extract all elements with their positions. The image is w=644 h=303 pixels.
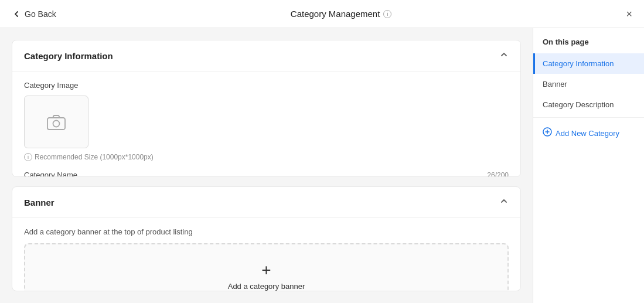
svg-point-1 [53, 121, 60, 127]
back-arrow-icon [12, 9, 21, 19]
page-title: Category Management [291, 9, 380, 19]
category-info-title: Category Information [24, 51, 113, 61]
category-info-collapse-button[interactable] [499, 50, 509, 62]
close-button[interactable]: × [626, 9, 632, 19]
image-recommended-size: i Recommended Size (1000px*1000px) [24, 153, 509, 161]
right-sidebar: On this page Category Information Banner… [533, 28, 644, 303]
char-count: 26/200 [487, 171, 509, 178]
main-content: Category Information Category Image [0, 28, 533, 303]
category-name-header: Category Name 26/200 [24, 171, 509, 177]
banner-description: Add a category banner at the top of prod… [24, 227, 509, 236]
image-size-text: Recommended Size (1000px*1000px) [35, 153, 154, 161]
banner-upload-label: Add a category banner [228, 282, 305, 291]
image-upload-box[interactable] [24, 96, 88, 148]
banner-collapse-button[interactable] [499, 196, 509, 208]
category-info-header: Category Information [12, 40, 520, 72]
on-this-page-title: On this page [533, 38, 644, 53]
plus-icon: + [261, 262, 271, 278]
add-new-category-button[interactable]: Add New Category [533, 120, 644, 146]
page-title-container: Category Management i [291, 9, 392, 19]
category-information-section: Category Information Category Image [12, 40, 521, 177]
sidebar-item-label: Category Information [543, 59, 614, 68]
banner-section: Banner Add a category banner at the top … [12, 186, 521, 291]
svg-rect-0 [47, 118, 65, 130]
back-label: Go Back [25, 9, 56, 19]
camera-icon [47, 114, 66, 130]
banner-upload-area[interactable]: + Add a category banner i Recommended Si… [24, 243, 509, 291]
category-info-body: Category Image i Recommended Size (1000p… [12, 72, 520, 177]
image-info-icon: i [24, 153, 32, 161]
category-name-label: Category Name [24, 171, 77, 177]
sidebar-item-category-information[interactable]: Category Information [533, 53, 644, 74]
add-circle-icon [543, 127, 552, 139]
sidebar-item-banner[interactable]: Banner [533, 74, 644, 94]
sidebar-item-category-description[interactable]: Category Description [533, 94, 644, 115]
sidebar-item-label: Category Description [543, 100, 614, 109]
sidebar-divider [533, 117, 644, 118]
banner-title: Banner [24, 198, 54, 207]
sidebar-item-label: Banner [543, 80, 567, 88]
title-info-icon[interactable]: i [383, 10, 391, 18]
banner-header: Banner [12, 187, 520, 218]
page-header: Go Back Category Management i × [0, 0, 644, 28]
image-field-label: Category Image [24, 81, 509, 90]
banner-body: Add a category banner at the top of prod… [12, 218, 520, 291]
go-back-button[interactable]: Go Back [12, 9, 56, 19]
add-new-label: Add New Category [556, 129, 619, 138]
main-layout: Category Information Category Image [0, 28, 644, 303]
